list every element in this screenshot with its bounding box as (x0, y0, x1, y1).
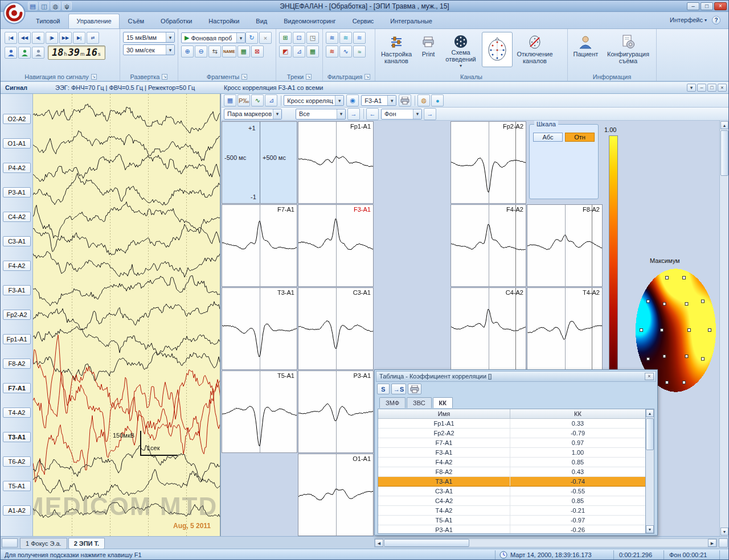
table-row-Fp2-A2[interactable]: Fp2-A2-0.79 (378, 429, 645, 438)
device-icon[interactable]: ◍ (51, 2, 60, 10)
ribbon-tab-Обработки[interactable]: Обработки (153, 14, 200, 28)
panel-restore-button[interactable]: □ (707, 84, 716, 92)
channel-label-T3-A1[interactable]: T3-A1 (3, 432, 31, 442)
correlation-table-window[interactable]: Таблица - Коэффициент корреляции [] × S … (374, 369, 658, 536)
scrollbar-thumb[interactable] (646, 418, 654, 450)
table-row-F8-A2[interactable]: F8-A20.43 (378, 467, 645, 477)
copy-track-icon[interactable]: ⊡ (293, 32, 305, 44)
patient-pair-icon[interactable] (18, 47, 31, 59)
antenna-icon[interactable]: ψ (62, 2, 72, 10)
scroll-down-icon[interactable]: ▼ (720, 528, 728, 536)
gain-select[interactable]: 15 мкВ/мм (123, 32, 175, 43)
print-table-button[interactable] (408, 384, 421, 394)
table-scrollbar[interactable]: ▲ ▼ (645, 409, 654, 534)
ribbon-tab-Управление[interactable]: Управление (68, 14, 119, 28)
save-icon[interactable]: ▤ (28, 2, 38, 10)
group-expand-icon[interactable]: ↘ (306, 74, 312, 80)
channel-label-O2-A2[interactable]: O2-A2 (3, 114, 31, 124)
channel-label-P4-A2[interactable]: P4-A2 (3, 163, 31, 173)
corr-plot-C4-A2[interactable]: C4-A2 (450, 287, 526, 370)
table-row-T5-A1[interactable]: T5-A1-0.97 (378, 516, 645, 525)
table-window-title-bar[interactable]: Таблица - Коэффициент корреляции [] × (376, 371, 656, 382)
smooth-filter-icon[interactable]: ∿ (339, 46, 352, 57)
table-row-C3-A1[interactable]: C3-A1-0.55 (378, 487, 645, 496)
percent-icon[interactable]: Р‰ (237, 94, 250, 106)
app-logo-icon[interactable] (3, 2, 26, 26)
chevron-down-icon[interactable] (335, 96, 343, 105)
fragment-type-select[interactable]: Фон (381, 109, 422, 120)
nav-button-3[interactable]: |▶ (46, 32, 58, 44)
monitor-icon[interactable]: ◫ (39, 2, 49, 10)
channel-label-T4-A2[interactable]: T4-A2 (3, 407, 31, 418)
grid-view-icon[interactable]: ▦ (224, 94, 236, 106)
column-header-name[interactable]: Имя (378, 409, 510, 418)
channel-select[interactable]: F3-A1 (361, 95, 396, 106)
chevron-down-icon[interactable] (236, 33, 245, 43)
delta-icon[interactable]: ⊿ (293, 46, 305, 57)
auto-scale-icon[interactable]: ◳ (306, 32, 319, 44)
close-button[interactable]: × (714, 2, 727, 10)
chevron-down-icon[interactable] (273, 109, 281, 119)
corr-plot-F8-A2[interactable]: F8-A2 (527, 204, 603, 287)
add-track-icon[interactable]: ⊞ (279, 32, 292, 44)
chevron-down-icon[interactable] (387, 96, 396, 105)
eeg-signal-area[interactable]: MEDICOM MTD Aug, 5 2011 150мкВ 1сек (33, 94, 221, 536)
swap-icon[interactable]: ⇆ (208, 46, 221, 57)
panel-menu-button[interactable]: ▾ (687, 84, 696, 92)
export-table-icon[interactable]: ▦ (237, 46, 250, 57)
ribbon-tab-Съём[interactable]: Съём (120, 14, 153, 28)
channel-disable-button[interactable]: Отключение каналов (514, 31, 555, 70)
chevron-down-icon[interactable] (166, 45, 174, 55)
artifact-filter-icon[interactable]: ≋ (326, 46, 338, 57)
ribbon-tab-Настройки[interactable]: Настройки (200, 14, 247, 28)
speed-select[interactable]: 30 мм/сек (123, 44, 175, 55)
scroll-left-icon[interactable]: ◀ (375, 539, 383, 547)
nav-button-6[interactable]: ⇄ (87, 32, 99, 44)
chevron-down-icon[interactable] (337, 109, 345, 119)
corr-plot-T5-A1[interactable]: T5-A1 (222, 370, 297, 453)
table-row-T4-A2[interactable]: T4-A2-0.21 (378, 506, 645, 516)
histogram-icon[interactable]: ⊿ (265, 94, 277, 106)
help-button[interactable]: ? (712, 16, 720, 24)
scope-select[interactable]: Все (296, 109, 346, 120)
band-filter-icon[interactable]: ≈ (353, 46, 366, 57)
save-table-button[interactable]: S (377, 384, 390, 394)
fragment-select[interactable]: ▶Фоновая проб (181, 32, 245, 43)
scroll-down-icon[interactable]: ▼ (646, 525, 654, 533)
horizontal-scrollbar[interactable]: ◀ ▶ (374, 538, 717, 547)
panel-minimize-button[interactable]: – (697, 84, 706, 92)
montage-scheme-button[interactable]: Схема отведений ▾ (441, 31, 480, 70)
patient-group-icon[interactable] (32, 47, 44, 59)
document-tab-2 ЭПИ Т.[interactable]: 2 ЭПИ Т. (68, 538, 105, 549)
channel-label-F3-A1[interactable]: F3-A1 (3, 285, 31, 295)
remove-table-icon[interactable]: ⊠ (251, 46, 264, 57)
channel-label-P3-A1[interactable]: P3-A1 (3, 187, 31, 197)
delete-fragment-icon[interactable]: × (259, 32, 272, 44)
table-row-F3-A1[interactable]: F3-A11.00 (378, 448, 645, 458)
corr-plot-F4-A2[interactable]: F4-A2 (450, 204, 526, 287)
ribbon-tab-Интегральные[interactable]: Интегральные (382, 14, 440, 28)
chevron-down-icon[interactable] (413, 109, 421, 119)
group-expand-icon[interactable]: ↘ (162, 74, 167, 80)
scroll-right-icon[interactable]: ▶ (708, 539, 716, 547)
nav-button-1[interactable]: ◀◀ (18, 32, 31, 44)
corr-plot-P3-A1[interactable]: P3-A1 (298, 370, 374, 453)
channel-label-T5-A1[interactable]: T5-A1 (3, 481, 31, 491)
tab-scroll-button[interactable] (2, 538, 18, 547)
channel-label-O1-A1[interactable]: O1-A1 (3, 138, 31, 149)
channel-label-A1-A2[interactable]: A1-A2 (3, 505, 31, 516)
ribbon-tab-Сервис[interactable]: Сервис (345, 14, 382, 28)
marker-pair-select[interactable]: Пара маркеров (224, 109, 282, 120)
chevron-down-icon[interactable] (166, 32, 174, 42)
nav-button-5[interactable]: ▶| (73, 32, 85, 44)
acquisition-config-button[interactable]: Конфигурация съёма (603, 31, 654, 70)
wave-icon[interactable]: ∿ (251, 94, 264, 106)
table-tab-КК[interactable]: КК (433, 397, 453, 408)
scroll-up-icon[interactable]: ▲ (720, 121, 728, 129)
corr-plot-O1-A1[interactable]: O1-A1 (298, 454, 374, 536)
scroll-up-icon[interactable]: ▲ (646, 409, 654, 417)
table-row-Fp1-A1[interactable]: Fp1-A10.33 (378, 419, 645, 429)
montage-preview-button[interactable] (482, 32, 513, 67)
vertical-scrollbar[interactable]: ▲ ▼ (719, 121, 729, 536)
table-row-P3-A1[interactable]: P3-A1-0.26 (378, 525, 645, 534)
